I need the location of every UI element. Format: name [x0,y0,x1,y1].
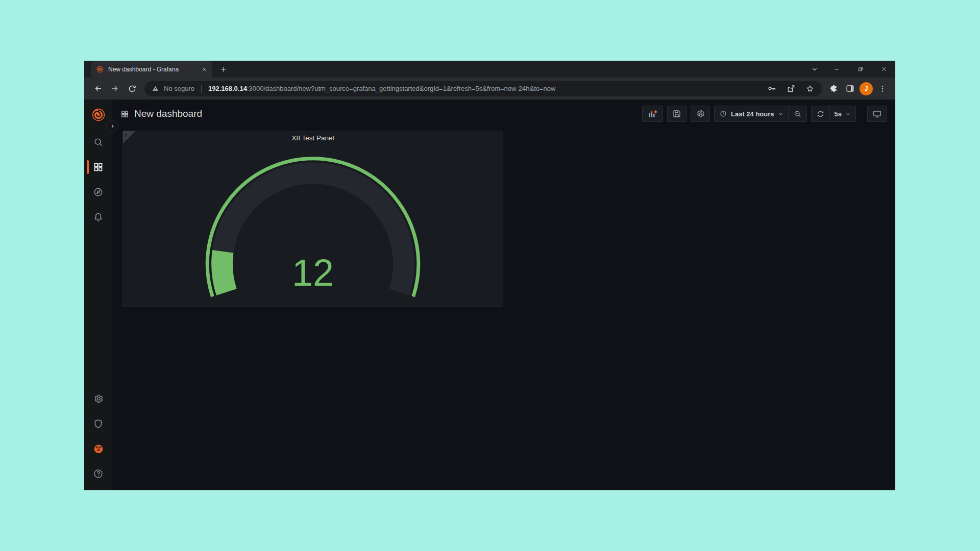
sidebar-item-dashboards[interactable] [84,155,112,180]
dashboard-settings-button[interactable] [691,106,710,122]
sidebar-item-configuration[interactable] [84,386,112,411]
sidebar-item-user-avatar[interactable] [84,436,112,461]
security-warning-icon[interactable] [152,85,159,92]
browser-tab[interactable]: New dashboard - Grafana [91,61,212,78]
grafana-sidebar [84,100,112,490]
security-label: No seguro [164,85,194,92]
cycle-view-mode-button[interactable] [867,106,887,122]
sidebar-item-alerting[interactable] [84,205,112,230]
tab-close-icon[interactable] [200,65,208,73]
time-range-picker[interactable]: Last 24 hours [714,106,789,122]
add-panel-button[interactable] [642,106,663,122]
tab-title: New dashboard - Grafana [108,66,196,73]
sidebar-item-server-admin[interactable] [84,411,112,436]
new-tab-button[interactable] [216,62,231,77]
dashboard-grid-icon [120,110,129,118]
grafana-logo[interactable] [91,107,106,122]
panel-title[interactable]: X8 Test Panel [123,131,503,145]
panel-info-corner[interactable]: i [123,131,135,143]
url-path: :3000/dashboard/new?utm_source=grafana_g… [247,85,556,92]
gauge-value-text: 12 [292,252,334,294]
reload-button[interactable] [124,81,140,97]
url-text[interactable]: 192.168.0.14:3000/dashboard/new?utm_sour… [208,85,757,92]
dashboard-actions: Last 24 hours [642,106,887,122]
back-button[interactable] [89,81,106,97]
page-title: New dashboard [134,108,202,119]
browser-menu-dots-icon[interactable] [875,81,890,96]
window-controls [804,61,895,78]
panel-info-icon: i [125,132,127,138]
grafana-app: New dashboard [84,100,895,490]
gauge-panel: i X8 Test Panel 12 [122,131,503,307]
zoom-out-time-button[interactable] [788,106,807,122]
bookmark-star-icon[interactable] [805,84,815,93]
password-key-icon[interactable] [767,84,777,93]
sidebar-item-explore[interactable] [84,180,112,205]
refresh-interval-picker[interactable]: 5s [829,106,856,122]
address-bar[interactable]: No seguro 192.168.0.14:3000/dashboard/ne… [144,81,822,96]
extensions-puzzle-icon[interactable] [826,81,841,96]
time-range-label: Last 24 hours [731,110,774,118]
dashboard-canvas: i X8 Test Panel 12 [112,128,895,490]
refresh-interval-label: 5s [835,110,842,118]
sidebar-item-help[interactable] [84,461,112,486]
gauge-value-arc [222,252,227,292]
time-picker-group: Last 24 hours [714,106,807,122]
forward-button[interactable] [107,81,123,97]
close-window-button[interactable] [872,61,895,78]
chevron-down-icon [778,111,783,117]
refresh-button[interactable] [811,106,830,122]
avatar-initial: J [865,85,868,92]
grafana-favicon [96,65,104,73]
gauge-chart: 12 [123,131,503,306]
minimize-button[interactable] [825,61,848,78]
browser-window: New dashboard - Grafana [84,61,895,490]
save-dashboard-button[interactable] [667,106,687,122]
share-icon[interactable] [787,84,796,93]
chevron-down-icon [845,111,851,117]
browser-tab-strip: New dashboard - Grafana [84,61,895,78]
url-divider [201,85,202,93]
refresh-group: 5s [811,106,856,122]
url-host: 192.168.0.14 [208,85,247,92]
side-panel-icon[interactable] [842,81,857,96]
profile-avatar[interactable]: J [860,82,873,95]
browser-toolbar: No seguro 192.168.0.14:3000/dashboard/ne… [84,78,895,100]
tab-search-chevron-icon[interactable] [804,61,825,78]
dashboard-header: New dashboard [112,100,895,128]
sidebar-expand-button[interactable] [106,120,119,133]
sidebar-item-search[interactable] [84,130,112,155]
restore-button[interactable] [848,61,872,78]
grafana-main: New dashboard [112,100,895,490]
